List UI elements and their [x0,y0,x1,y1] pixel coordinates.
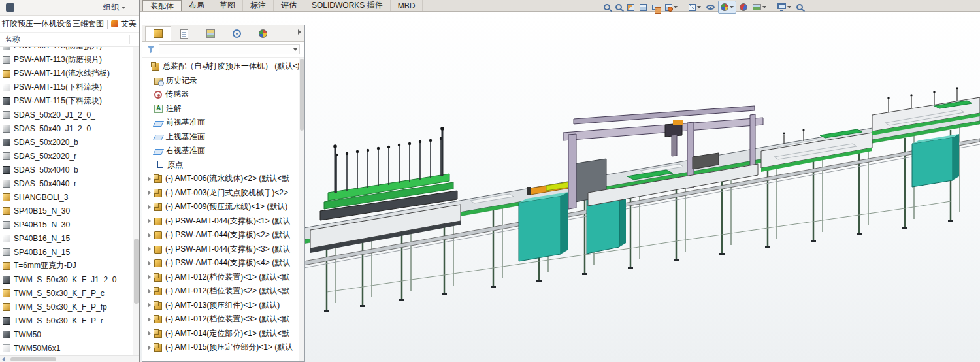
tree-item[interactable]: 右视基准面 [142,144,304,158]
tree-item[interactable]: (-) PSW-AMT-044(支撑板)<1> (默认 [142,214,304,229]
magnifier-icon[interactable] [794,1,805,14]
view-settings-icon[interactable] [776,1,793,14]
file-row[interactable]: TWM_S_50x30_K_F_P_c [0,286,133,300]
tree-item[interactable]: (-) AMT-012(档位装置)<1> (默认<默 [142,271,304,285]
tree-item[interactable]: 历史记录 [142,74,304,88]
file-row[interactable]: TWM50M6x1 [0,341,133,355]
file-row[interactable]: SDAS_50x4040_r [0,176,133,190]
tree-item[interactable]: (-) AMT-012(档位装置)<3> (默认<默 [142,312,304,327]
breadcrumb-folder[interactable]: 打胶预压一体机设备三维套图 [2,18,104,29]
file-row[interactable]: SP40B16_N_15 [0,245,133,259]
ribbon-tab[interactable]: 草图 [212,0,243,11]
expand-arrow-icon[interactable] [148,331,151,336]
interference-detection-icon[interactable] [650,1,662,14]
displaymanager-tab[interactable] [250,26,276,41]
expand-arrow-icon[interactable] [148,345,151,350]
ribbon-tab[interactable]: 布局 [182,0,212,11]
organize-button[interactable]: 组织 [103,2,125,13]
file-row[interactable]: SDAS_50x40_J1_2_0_ [0,122,133,135]
file-row[interactable]: PSW-AMT-115(下料流块) [0,94,133,108]
display-style-icon[interactable] [687,1,703,14]
tree-item[interactable]: (-) PSW-AMT-044(支撑板)<4> (默认 [142,256,304,271]
file-row[interactable]: PSW-AMT-115(下料流块) [0,80,133,94]
scrollbar-thumb[interactable] [134,239,139,304]
file-row[interactable]: PSW-AMT-114(流水线挡板) [0,67,133,80]
file-row[interactable]: SDAS_50x4040_b [0,163,133,176]
explorer-vertical-scrollbar[interactable] [133,47,139,355]
ribbon-tab[interactable]: SOLIDWORKS 插件 [304,0,391,11]
file-row[interactable]: SDAS_50x2020_r [0,149,133,163]
tree-item[interactable]: (-) PSW-AMT-044(支撑板)<3> (默认 [142,242,304,257]
file-row[interactable]: PSW-AMT-113(防磨损片) [0,47,133,53]
zoom-to-fit-icon[interactable] [602,1,612,14]
breadcrumb-subfolder[interactable]: 艾美 [121,18,137,29]
expand-arrow-icon[interactable] [148,317,151,322]
ribbon-tab[interactable]: 装配体 [142,0,182,11]
column-header-name[interactable]: 名称 [0,33,139,47]
expand-arrow-icon[interactable] [148,303,151,308]
scrollbar-thumb[interactable] [300,59,304,131]
scroll-left-arrow-icon[interactable] [2,357,5,362]
file-row[interactable]: SDAS_50x2020_b [0,135,133,149]
view-orientation-cube-icon[interactable] [638,1,649,14]
filter-input[interactable] [159,44,300,54]
file-row[interactable]: TWM_S_50x30_K_F_J1_2_0_ [0,272,133,286]
file-row[interactable]: TWM_S_50x30_K_F_P_r [0,314,133,327]
file-row[interactable]: SDAS_50x20_J1_2_0_ [0,108,133,122]
expand-arrow-icon[interactable] [148,289,151,294]
expand-arrow-icon[interactable] [148,205,151,210]
apply-scene-icon[interactable] [751,1,768,14]
file-row[interactable]: TWM50 [0,327,133,341]
file-row[interactable]: SP40B15_N_30 [0,204,133,218]
tree-item[interactable]: (-) AMT-013(预压组件)<1> (默认) [142,299,304,313]
tree-vertical-scrollbar[interactable] [299,58,304,361]
expand-arrow-icon[interactable] [148,261,151,266]
expand-arrow-icon[interactable] [148,274,151,280]
scrollbar-thumb[interactable] [10,357,56,361]
file-row[interactable]: SP40B15_N_30 [0,218,133,231]
expand-arrow-icon[interactable] [148,246,151,252]
tree-item[interactable]: 上视基准面 [142,130,304,144]
appearance-icon[interactable] [663,1,679,14]
edit-appearance-icon[interactable] [738,1,749,14]
file-row[interactable]: T=6mm亚克力-DJ [0,259,133,272]
tree-item[interactable]: (-) AMT-006(流水线体)<2> (默认<默 [142,172,304,186]
expand-arrow-icon[interactable] [148,176,151,182]
file-row[interactable]: SHANGBOLI_3 [0,190,133,204]
tree-item[interactable]: 原点 [142,158,304,173]
tree-item[interactable]: 传感器 [142,88,304,102]
tree-item[interactable]: 注解 [142,102,304,116]
featuremanager-tab[interactable] [145,26,171,41]
expand-arrow-icon[interactable] [148,233,151,238]
expand-arrow-icon[interactable] [148,190,151,195]
hide-show-items-icon[interactable] [704,1,717,14]
tree-item[interactable]: (-) AMT-009(预压流水线)<1> (默认) [142,200,304,214]
assembly-icon [152,63,159,71]
filter-funnel-icon[interactable] [147,46,155,54]
ribbon-tab[interactable]: 评估 [274,0,304,11]
tree-item[interactable]: 前视基准面 [142,116,304,130]
file-row[interactable]: SP40B16_N_15 [0,231,133,245]
view-orientation-icon[interactable] [718,1,736,14]
configurationmanager-tab[interactable] [197,26,223,41]
column-header-label: 名称 [5,34,20,45]
tree-item[interactable]: (-) AMT-015(预压定位部分)<1> (默认 [142,340,304,355]
explorer-horizontal-scrollbar[interactable] [0,355,139,362]
file-row[interactable]: PSW-AMT-113(防磨损片) [0,53,133,67]
section-view-icon[interactable] [625,1,636,14]
tree-item[interactable]: (-) PSW-AMT-044(支撑板)<2> (默认 [142,228,304,242]
dimxpertmanager-tab[interactable] [223,26,250,41]
tree-item-label: 注解 [166,103,182,114]
propertymanager-tab[interactable] [171,26,197,41]
tree-root[interactable]: 总装配（自动打胶预压一体机） (默认<默 [142,59,304,74]
breadcrumb[interactable]: 打胶预压一体机设备三维套图 艾美 [0,16,139,33]
expand-arrow-icon[interactable] [148,218,151,223]
tree-item[interactable]: (-) AMT-012(档位装置)<2> (默认<默 [142,284,304,299]
zoom-area-icon[interactable] [613,1,624,14]
panel-expand-button[interactable] [298,29,301,35]
tree-item[interactable]: (-) AMT-003(龙门式点胶机械手)<2> [142,186,304,201]
file-row[interactable]: TWM_S_50x30_K_F_P_fp [0,300,133,314]
tree-item[interactable]: (-) AMT-014(定位部分)<1> (默认<默 [142,327,304,341]
ribbon-tab[interactable]: MBD [391,0,423,11]
ribbon-tab[interactable]: 标注 [243,0,274,11]
